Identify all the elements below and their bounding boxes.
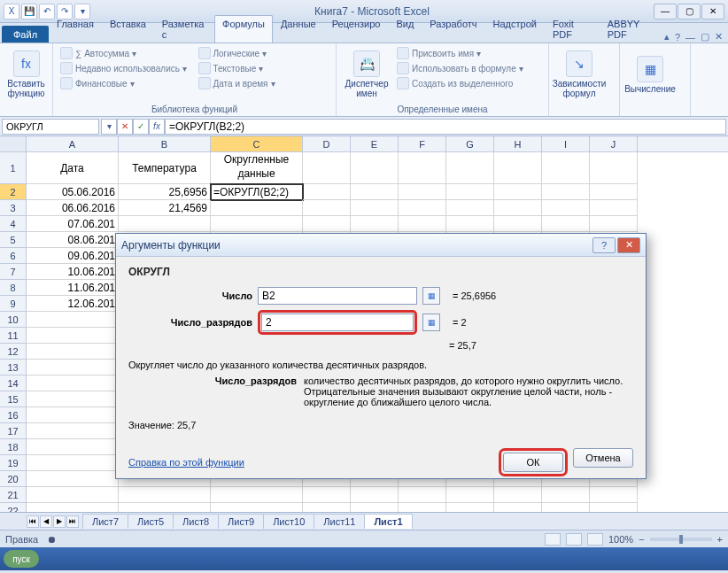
cell-C3[interactable]	[211, 200, 303, 216]
name-manager-button[interactable]: 📇Диспетчер имен	[342, 46, 391, 103]
use-in-formula-button[interactable]: Использовать в формуле ▾	[395, 61, 525, 75]
col-header-E[interactable]: E	[351, 136, 399, 151]
fx-button-icon[interactable]: fx	[149, 119, 165, 135]
inner-minimize-icon[interactable]: —	[685, 32, 695, 43]
cell-F21[interactable]	[399, 487, 446, 503]
inner-close-icon[interactable]: ✕	[715, 31, 723, 43]
datetime-button[interactable]: Дата и время ▾	[197, 76, 331, 90]
tab-надстрой[interactable]: Надстрой	[485, 15, 545, 43]
row-header[interactable]: 9	[0, 296, 27, 312]
cell-C2[interactable]: =ОКРУГЛ(B2;2)	[211, 184, 303, 200]
cell-A17[interactable]	[27, 423, 119, 439]
row-header[interactable]: 8	[0, 280, 27, 296]
logical-button[interactable]: Логические ▾	[197, 46, 331, 60]
cell-A15[interactable]	[27, 391, 119, 407]
tab-abbyy pdf[interactable]: ABBYY PDF	[600, 15, 664, 43]
ribbon-minimize-icon[interactable]: ▴	[664, 31, 670, 43]
tab-file[interactable]: Файл	[2, 26, 49, 43]
cell-I3[interactable]	[542, 200, 590, 216]
cell-A16[interactable]	[27, 407, 119, 423]
sheet-tab-Лист7[interactable]: Лист7	[82, 514, 128, 529]
tab-разметка с[interactable]: Разметка с	[154, 15, 214, 43]
row-header[interactable]: 18	[0, 439, 27, 455]
cell-A9[interactable]: 12.06.201	[27, 296, 119, 312]
assign-name-button[interactable]: Присвоить имя ▾	[395, 46, 525, 60]
cell-G4[interactable]	[446, 216, 494, 232]
sheet-tab-Лист10[interactable]: Лист10	[263, 514, 314, 529]
sheet-tab-Лист5[interactable]: Лист5	[128, 514, 174, 529]
cell-A3[interactable]: 06.06.2016	[27, 200, 119, 216]
macro-record-icon[interactable]: ⏺	[47, 534, 57, 545]
cell-C4[interactable]	[211, 216, 303, 232]
row-header[interactable]: 15	[0, 391, 27, 407]
cell-F22[interactable]	[399, 503, 446, 512]
cell-A22[interactable]	[27, 503, 119, 512]
dialog-help-icon[interactable]: ?	[592, 237, 616, 253]
row-header[interactable]: 4	[0, 216, 27, 232]
close-button[interactable]: ✕	[701, 4, 724, 19]
cell-F1[interactable]	[399, 152, 446, 184]
cell-G3[interactable]	[446, 200, 494, 216]
cell-G2[interactable]	[446, 184, 494, 200]
row-header[interactable]: 14	[0, 376, 27, 391]
cell-A21[interactable]	[27, 487, 119, 503]
col-header-H[interactable]: H	[494, 136, 542, 151]
cell-A1[interactable]: Дата	[27, 152, 119, 184]
cancel-button[interactable]: Отмена	[573, 448, 633, 468]
namebox-dropdown-icon[interactable]: ▾	[101, 119, 117, 135]
cell-A12[interactable]	[27, 344, 119, 360]
formula-input[interactable]: =ОКРУГЛ(B2;2)	[165, 119, 726, 135]
arg1-ref-icon[interactable]: ▦	[422, 287, 440, 305]
cell-B3[interactable]: 21,4569	[119, 200, 211, 216]
financial-button[interactable]: Финансовые ▾	[58, 76, 193, 90]
cell-A2[interactable]: 05.06.2016	[27, 184, 119, 200]
arg2-input[interactable]	[261, 314, 414, 331]
row-header[interactable]: 1	[0, 152, 27, 184]
cell-A10[interactable]	[27, 312, 119, 328]
sheet-nav-prev-icon[interactable]: ◀	[40, 515, 52, 528]
row-header[interactable]: 13	[0, 360, 27, 376]
maximize-button[interactable]: ▢	[678, 4, 701, 19]
row-header[interactable]: 22	[0, 503, 27, 512]
cell-B1[interactable]: Температура	[119, 152, 211, 184]
tab-вид[interactable]: Вид	[388, 15, 422, 43]
cell-J1[interactable]	[590, 152, 638, 184]
enter-formula-icon[interactable]: ✓	[133, 119, 149, 135]
cell-E3[interactable]	[351, 200, 399, 216]
cell-H1[interactable]	[494, 152, 542, 184]
row-header[interactable]: 11	[0, 328, 27, 344]
cell-A8[interactable]: 11.06.201	[27, 280, 119, 296]
cell-B4[interactable]	[119, 216, 211, 232]
cell-H3[interactable]	[494, 200, 542, 216]
sheet-tab-Лист11[interactable]: Лист11	[314, 514, 365, 529]
cell-A4[interactable]: 07.06.201	[27, 216, 119, 232]
cell-I1[interactable]	[542, 152, 590, 184]
cell-F3[interactable]	[399, 200, 446, 216]
sheet-nav-last-icon[interactable]: ⏭	[66, 515, 79, 528]
cell-G21[interactable]	[446, 487, 494, 503]
row-header[interactable]: 6	[0, 248, 27, 264]
cell-J2[interactable]	[590, 184, 638, 200]
sheet-nav-first-icon[interactable]: ⏮	[27, 515, 39, 528]
tab-рецензиро[interactable]: Рецензиро	[324, 15, 389, 43]
view-normal-icon[interactable]	[545, 533, 561, 546]
col-header-F[interactable]: F	[399, 136, 446, 151]
sheet-nav-next-icon[interactable]: ▶	[53, 515, 66, 528]
create-from-selection-button[interactable]: Создать из выделенного	[395, 76, 525, 90]
cell-B2[interactable]: 25,6956	[119, 184, 211, 200]
col-header-A[interactable]: A	[27, 136, 119, 151]
cell-C22[interactable]	[211, 503, 303, 512]
cell-A11[interactable]	[27, 328, 119, 344]
cell-B22[interactable]	[119, 503, 211, 512]
row-header[interactable]: 20	[0, 471, 27, 487]
cell-G1[interactable]	[446, 152, 494, 184]
cell-J22[interactable]	[590, 503, 638, 512]
col-header-B[interactable]: B	[119, 136, 211, 151]
tab-foxit pdf[interactable]: Foxit PDF	[545, 15, 600, 43]
insert-function-button[interactable]: fxВставить функцию	[5, 46, 47, 103]
calculation-button[interactable]: ▦Вычисление	[625, 46, 675, 103]
arg2-ref-icon[interactable]: ▦	[422, 314, 440, 331]
cell-A20[interactable]	[27, 471, 119, 487]
cell-D22[interactable]	[303, 503, 351, 512]
tab-вставка[interactable]: Вставка	[102, 15, 154, 43]
